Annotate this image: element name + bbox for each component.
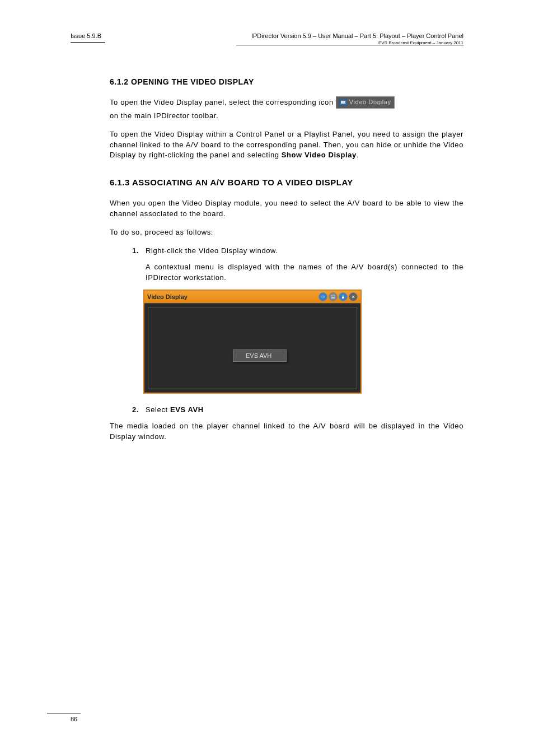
step-2-text: Select EVS AVH: [146, 405, 463, 416]
step-1-number: 1.: [132, 246, 146, 256]
step-1b-text: A contextual menu is displayed with the …: [146, 262, 463, 283]
video-display-icon: [339, 99, 347, 106]
para-open-video-display: To open the Video Display panel, select …: [110, 96, 463, 122]
page-number: 86: [71, 716, 77, 722]
step-1: 1. Right-click the Video Display window.: [132, 246, 463, 256]
para1-post: on the main IPDirector toolbar.: [110, 111, 218, 122]
screenshot-title: Video Display: [147, 293, 188, 300]
para1-pre: To open the Video Display panel, select …: [110, 97, 334, 108]
header-issue: Issue 5.9.B: [71, 32, 101, 39]
main-content: 6.1.2 OPENING THE VIDEO DISPLAY To open …: [110, 77, 463, 450]
para-associate-intro: When you open the Video Display module, …: [110, 198, 463, 220]
step-2: 2. Select EVS AVH: [132, 405, 463, 416]
lock-icon[interactable]: [339, 292, 348, 301]
footer-rule: [47, 713, 81, 713]
header-left-rule: [71, 42, 105, 43]
para2-end: .: [357, 151, 359, 159]
screenshot-body: EVS AVH: [144, 303, 360, 393]
close-icon[interactable]: [349, 292, 358, 301]
video-display-screenshot: Video Display: [143, 290, 362, 394]
section-heading-associating: 6.1.3 ASSOCIATING AN A/V BOARD TO A VIDE…: [110, 178, 463, 187]
step-1b-spacer: [132, 262, 146, 283]
video-display-button-label: Video Display: [349, 98, 391, 107]
step-1b: A contextual menu is displayed with the …: [132, 262, 463, 283]
header-product-line: IPDirector Version 5.9 – User Manual – P…: [251, 32, 463, 39]
screenshot-titlebar: Video Display: [144, 291, 360, 303]
section-heading-opening: 6.1.2 OPENING THE VIDEO DISPLAY: [110, 77, 463, 86]
para-proceed: To do so, proceed as follows:: [110, 227, 463, 238]
step-2-pre: Select: [146, 405, 168, 414]
context-menu-item-evs-avh[interactable]: EVS AVH: [233, 350, 286, 361]
screenshot-window-controls: [318, 292, 358, 301]
svg-rect-1: [332, 297, 334, 298]
para-result: The media loaded on the player channel l…: [110, 421, 463, 442]
screenshot-inner-frame: [148, 307, 357, 389]
header-right-rule: [236, 45, 463, 45]
video-display-toolbar-button[interactable]: Video Display: [336, 96, 395, 109]
step-1-text: Right-click the Video Display window.: [146, 246, 463, 256]
save-icon[interactable]: [329, 292, 338, 301]
minimize-icon[interactable]: [318, 292, 327, 301]
step-2-cmd: EVS AVH: [170, 405, 204, 414]
step-2-number: 2.: [132, 405, 146, 416]
screenshot-context-menu: EVS AVH: [233, 349, 287, 362]
svg-rect-2: [342, 297, 344, 298]
para-open-within-panel: To open the Video Display within a Contr…: [110, 129, 463, 161]
header-right-block: IPDirector Version 5.9 – User Manual – P…: [251, 32, 463, 45]
section-associating: 6.1.3 ASSOCIATING AN A/V BOARD TO A VIDE…: [110, 178, 463, 442]
para2-command: Show Video Display: [282, 151, 357, 159]
